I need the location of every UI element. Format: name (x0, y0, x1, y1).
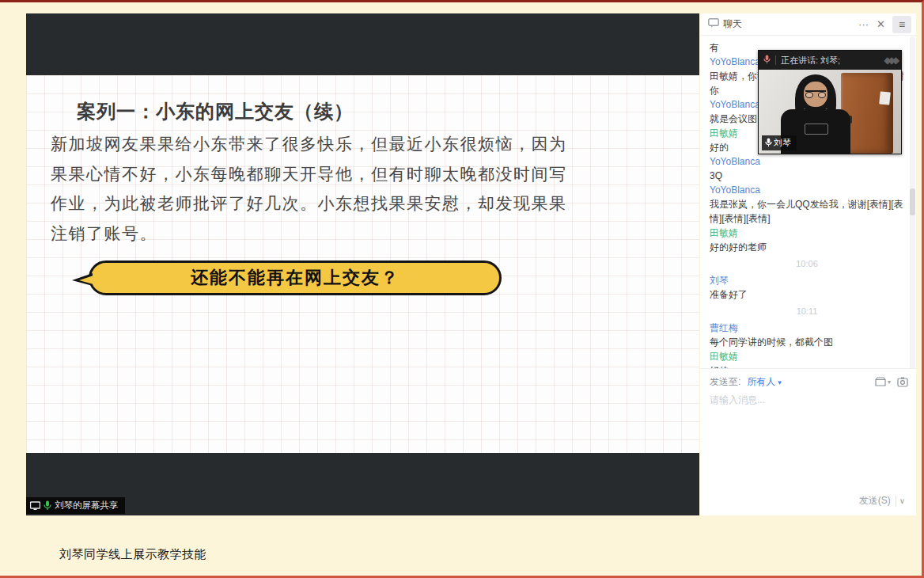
chat-message: 田敏婧 (710, 349, 904, 363)
video-feed: 刘琴 (759, 70, 901, 154)
chat-message: 准备好了 (710, 287, 904, 302)
chat-message: YoYoBlanca (710, 154, 904, 169)
chat-message: 我是张岚，你一会儿QQ发给我，谢谢[表情][表情][表情][表情] (710, 197, 904, 226)
chat-message: 10:06 (710, 254, 904, 273)
slide-body-line: 作业，为此被老师批评了好几次。小东想找果果安慰，却发现果果 (51, 188, 676, 219)
slide-body-line: 果果心情不好，小东每晚都聊天开导他，但有时聊太晚都没时间写 (51, 159, 676, 189)
chat-more-icon[interactable]: ··· (854, 18, 873, 30)
screen-share-indicator: 刘琴的屏幕共享 (26, 497, 125, 514)
chat-bubble-icon (708, 18, 719, 30)
chat-history-icon[interactable]: ▾ (875, 377, 891, 387)
send-options-caret-icon[interactable]: ∨ (896, 495, 908, 507)
chat-header: 聊天 ··· ✕ ≡ (700, 13, 916, 36)
presentation-slide: 案列一：小东的网上交友（续） 新加坡网友果果给小东带来了很多快乐，但最近小东很烦… (26, 75, 699, 453)
slide-speech-bubble-text: 还能不能再在网上交友？ (191, 266, 400, 290)
screenshot-icon[interactable] (897, 377, 908, 387)
chat-input-area: 发送至: 所有人 ▾ ▾ 发送(S) ∨ (700, 368, 916, 515)
screen-share-area: 案列一：小东的网上交友（续） 新加坡网友果果给小东带来了很多快乐，但最近小东很烦… (26, 13, 699, 515)
slide-title: 案列一：小东的网上交友（续） (77, 99, 699, 124)
chat-message: 10:11 (710, 302, 904, 321)
speaking-label: 正在讲话: 刘琴; (781, 55, 840, 67)
chat-close-icon[interactable]: ✕ (873, 18, 889, 30)
video-name-tag: 刘琴 (762, 135, 797, 150)
chat-message: YoYoBlanca (710, 183, 904, 197)
screen-icon (30, 501, 40, 511)
mic-on-icon (44, 500, 51, 511)
chat-message: 每个同学讲的时候，都截个图 (710, 335, 904, 349)
person-glasses (805, 90, 826, 97)
chat-scrollbar-thumb[interactable] (910, 188, 915, 215)
chat-scrollbar[interactable] (910, 36, 915, 369)
send-button[interactable]: 发送(S) (854, 492, 896, 509)
message-input[interactable] (710, 394, 907, 465)
slide-body-line: 新加坡网友果果给小东带来了很多快乐，但最近小东很烦恼，因为 (51, 129, 676, 159)
door-note-decor (879, 91, 891, 105)
send-to-label: 发送至: (710, 375, 740, 389)
speaking-mic-icon (763, 55, 771, 66)
video-title-divider (775, 55, 776, 65)
chat-message: 3Q (710, 169, 904, 183)
meeting-logo-icon: ◆◆◆ (884, 55, 896, 66)
panel-menu-icon[interactable]: ≡ (892, 16, 911, 33)
chat-history-caret-icon[interactable]: ▾ (888, 378, 891, 386)
chat-message: 好的好的老师 (710, 240, 904, 254)
person-shirt-graphic (805, 124, 828, 135)
chat-title: 聊天 (723, 17, 742, 31)
chat-message: 曹红梅 (710, 321, 904, 335)
speaker-video-thumbnail[interactable]: 正在讲话: 刘琴; ◆◆◆ 刘琴 (758, 50, 902, 154)
page-caption: 刘琴同学线上展示教学技能 (59, 547, 206, 562)
video-title-bar: 正在讲话: 刘琴; ◆◆◆ (759, 51, 901, 70)
send-to-dropdown[interactable]: 所有人 (747, 375, 775, 389)
nametag-mic-icon (765, 138, 772, 149)
chat-message: 刘琴 (710, 273, 904, 287)
chat-message: 田敏婧 (710, 226, 904, 240)
screen-share-indicator-label: 刘琴的屏幕共享 (55, 500, 119, 511)
slide-body: 新加坡网友果果给小东带来了很多快乐，但最近小东很烦恼，因为果果心情不好，小东每晚… (51, 129, 676, 248)
send-to-caret-icon[interactable]: ▾ (778, 378, 782, 386)
slide-speech-bubble: 还能不能再在网上交友？ (89, 260, 502, 295)
video-name-tag-label: 刘琴 (774, 137, 791, 149)
slide-body-line: 注销了账号。 (51, 219, 676, 249)
